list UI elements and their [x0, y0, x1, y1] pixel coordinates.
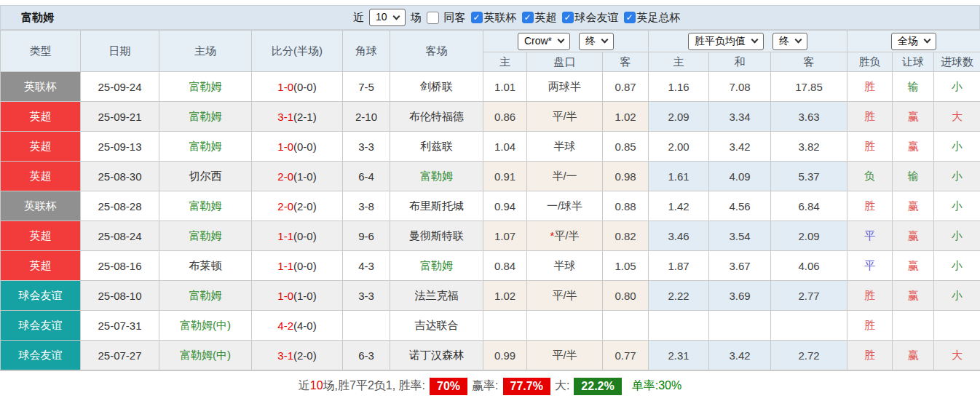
home-team: 富勒姆(中) — [159, 341, 252, 370]
table-row: 英超25-08-24富勒姆1-1(0-0)9-6曼彻斯特联1.07*平/半0.8… — [1, 221, 980, 251]
match-date: 25-09-24 — [81, 72, 159, 102]
recent-label: 近 — [353, 11, 364, 25]
avg-period-value: 终 — [779, 35, 789, 47]
corner-score: 7-5 — [343, 72, 390, 102]
match-table: 类型 日期 主场 比分(半场) 角球 客场 Crow* 终 — [0, 30, 980, 370]
filter-controls: 近 10 场 同客 ✓ 英联杯 ✓ 英超 ✓ 球会友谊 ✓ 英足总杯 — [353, 9, 681, 26]
score-cell: 3-1(2-0) — [252, 341, 343, 370]
handicap-home-odds: 0.86 — [483, 102, 527, 132]
handicap-result: 赢 — [893, 341, 934, 370]
corner-score: 3-3 — [343, 281, 390, 311]
handicap-away-odds: 0.98 — [603, 162, 649, 191]
avg-home-odds — [649, 311, 709, 341]
handicap-away-odds: 1.05 — [603, 251, 649, 281]
avg-draw-odds: 3.67 — [709, 251, 771, 281]
home-team: 切尔西 — [159, 162, 252, 191]
wdl-result: 胜 — [847, 341, 893, 370]
handicap-line: 半/一 — [527, 162, 603, 191]
match-date: 25-08-16 — [81, 251, 159, 281]
corner-score: 2-10 — [343, 102, 390, 132]
table-row: 球会友谊25-07-27富勒姆(中)3-1(2-0)6-3诺丁汉森林0.99平/… — [1, 341, 980, 370]
match-date: 25-09-21 — [81, 102, 159, 132]
avg-odds-header: 胜平负均值 终 — [649, 31, 847, 52]
score-cell: 3-1(2-1) — [252, 102, 343, 132]
col-away-header: 客场 — [390, 31, 483, 72]
topbar: 富勒姆 近 10 场 同客 ✓ 英联杯 ✓ 英超 ✓ 球会友谊 ✓ — [0, 5, 980, 30]
match-history-panel: 富勒姆 近 10 场 同客 ✓ 英联杯 ✓ 英超 ✓ 球会友谊 ✓ — [0, 0, 980, 401]
goals-result: 小 — [934, 72, 980, 102]
away-team: 布伦特福德 — [390, 102, 483, 132]
handicap-away-odds: 0.85 — [603, 132, 649, 162]
league-filter-friendly: ✓ 球会友谊 — [562, 11, 619, 25]
wdl-result: 平 — [847, 221, 893, 251]
col-home-header: 主场 — [159, 31, 252, 72]
score-cell: 2-0(2-0) — [252, 191, 343, 221]
away-team: 富勒姆 — [390, 162, 483, 191]
goals-result: 小 — [934, 281, 980, 311]
odds-period-value: 终 — [585, 35, 596, 47]
league-filter-facup: ✓ 英足总杯 — [624, 11, 681, 25]
league-friendly-checkbox[interactable]: ✓ — [562, 12, 574, 23]
table-row: 英超25-09-21富勒姆3-1(2-1)2-10布伦特福德0.86平/半1.0… — [1, 102, 980, 132]
wdl-result: 胜 — [847, 132, 893, 162]
table-row: 英联杯25-09-24富勒姆1-0(0-0)7-5剑桥联1.01两球半0.871… — [1, 72, 980, 102]
avg-odds-select[interactable]: 胜平负均值 — [688, 33, 764, 50]
table-row: 球会友谊25-07-31富勒姆(中)4-2(4-0)吉达联合胜 — [1, 311, 980, 341]
handicap-away-odds: 0.77 — [603, 341, 649, 370]
same-venue-label: 同客 — [444, 11, 466, 25]
match-date: 25-09-13 — [81, 132, 159, 162]
bookmaker-select-value: Crow* — [524, 35, 552, 47]
league-type-badge: 英超 — [1, 102, 81, 132]
league-type-badge: 英超 — [1, 132, 81, 162]
match-date: 25-08-28 — [81, 191, 159, 221]
handicap-line — [527, 311, 603, 341]
goals-result: 小 — [934, 251, 980, 281]
handicap-home-odds: 0.99 — [483, 341, 527, 370]
handicap-away-odds: 1.02 — [603, 102, 649, 132]
col-date-header: 日期 — [81, 31, 159, 72]
bookmaker-select[interactable]: Crow* — [518, 33, 570, 50]
same-venue-checkbox[interactable] — [427, 12, 439, 24]
corner-score: 3-3 — [343, 132, 390, 162]
wdl-result: 胜 — [847, 281, 893, 311]
handicap-result — [893, 311, 934, 341]
home-team: 富勒姆 — [159, 72, 252, 102]
corner-score — [343, 311, 390, 341]
home-team: 富勒姆 — [159, 191, 252, 221]
handicap-line: 平/半 — [527, 281, 603, 311]
home-team: 富勒姆 — [159, 221, 252, 251]
handicap-home-odds: 1.04 — [483, 132, 527, 162]
away-team: 诺丁汉森林 — [390, 341, 483, 370]
avg-home-header: 主 — [649, 52, 709, 72]
avg-home-odds: 1.42 — [649, 191, 709, 221]
league-friendly-label: 球会友谊 — [575, 11, 619, 25]
avg-draw-odds: 3.42 — [709, 341, 771, 370]
odds-period-select[interactable]: 终 — [579, 33, 614, 50]
hc-home-header: 主 — [483, 52, 527, 72]
handicap-line: 平/半 — [527, 341, 603, 370]
wdl-header: 胜负 — [847, 52, 893, 72]
avg-away-odds: 2.09 — [771, 221, 847, 251]
league-facup-checkbox[interactable]: ✓ — [624, 12, 636, 23]
handicap-away-odds — [603, 311, 649, 341]
avg-period-select[interactable]: 终 — [772, 33, 807, 50]
recent-count-select[interactable]: 10 — [369, 9, 406, 26]
corner-score: 6-4 — [343, 162, 390, 191]
goals-result: 小 — [934, 191, 980, 221]
avg-away-odds: 4.06 — [771, 251, 847, 281]
avg-away-odds: 5.37 — [771, 162, 847, 191]
handicap-result: 输 — [893, 162, 934, 191]
match-date: 25-07-27 — [81, 341, 159, 370]
league-type-badge: 球会友谊 — [1, 281, 81, 311]
handicap-result: 赢 — [893, 281, 934, 311]
single-rate-text: 单率:30% — [632, 378, 681, 394]
avg-draw-odds — [709, 311, 771, 341]
wdl-result: 胜 — [847, 191, 893, 221]
period-scope-select[interactable]: 全场 — [891, 33, 936, 50]
big-rate-badge: 22.2% — [574, 378, 621, 395]
league-cup-checkbox[interactable]: ✓ — [471, 12, 483, 23]
chevron-down-icon — [392, 12, 400, 20]
win-rate-badge: 70% — [430, 378, 467, 395]
wdl-result: 胜 — [847, 102, 893, 132]
league-epl-checkbox[interactable]: ✓ — [522, 12, 534, 23]
